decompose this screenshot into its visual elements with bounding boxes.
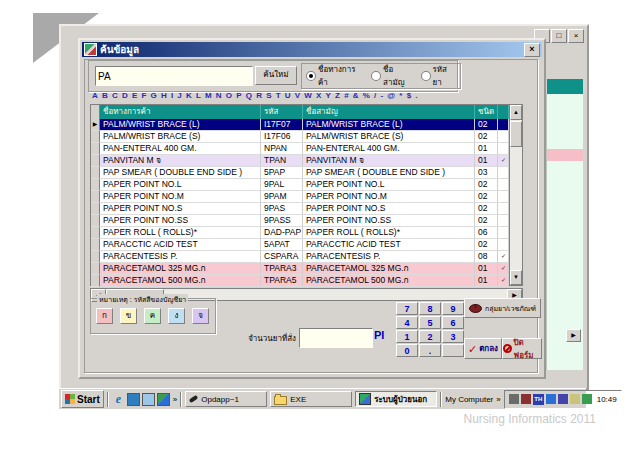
alphabet-link[interactable]: & (353, 91, 359, 100)
alphabet-link[interactable]: # (344, 91, 348, 100)
alphabet-link[interactable]: L (196, 91, 201, 100)
task-button[interactable]: Opdapp~1 (185, 391, 267, 407)
table-row[interactable]: ▶PALM/WRIST BRACE (L)I17F07PALM/WRIST BR… (91, 119, 509, 131)
background-scroll-right-button[interactable]: ▶ (566, 329, 581, 342)
show-desktop-icon[interactable] (142, 393, 155, 406)
keypad-5[interactable]: 5 (419, 316, 441, 329)
table-row[interactable]: PANVITAN M จTPANPANVITAN M จ01✓ (91, 155, 509, 167)
task-button[interactable]: EXE (270, 391, 352, 407)
dialog-close-icon[interactable]: × (524, 43, 540, 57)
alphabet-link[interactable]: C (112, 91, 118, 100)
alphabet-link[interactable]: / (374, 91, 376, 100)
table-row[interactable]: PAPER POINT NO.L9PALPAPER POINT NO.L02 (91, 179, 509, 191)
keypad-1[interactable]: 1 (396, 330, 418, 343)
alphabet-link[interactable]: . (415, 91, 417, 100)
keypad-9[interactable]: 9 (442, 302, 464, 315)
table-row[interactable]: PAPER POINT NO.M9PAMPAPER POINT NO.M02 (91, 191, 509, 203)
alphabet-link[interactable]: $ (407, 91, 411, 100)
table-row[interactable]: PAP SMEAR ( DOUBLE END SIDE )5PAPPAP SME… (91, 167, 509, 179)
table-row[interactable]: PAPER ROLL ( ROLLS)*DAD-PAPPAPER ROLL ( … (91, 227, 509, 239)
alphabet-link[interactable]: J (177, 91, 181, 100)
search-radio-2[interactable]: รหัสยา (421, 63, 456, 89)
table-row[interactable]: PAN-ENTERAL 400 GM.NPANPAN-ENTERAL 400 G… (91, 143, 509, 155)
legend-button-ข[interactable]: ข (120, 308, 137, 324)
volume-icon[interactable] (509, 394, 519, 404)
alphabet-link[interactable]: A (92, 91, 98, 100)
legend-button-จ[interactable]: จ (192, 308, 209, 324)
table-row[interactable]: PALM/WRIST BRACE (S)I17F06PALM/WRIST BRA… (91, 131, 509, 143)
keypad-8[interactable]: 8 (419, 302, 441, 315)
alphabet-link[interactable]: O (226, 91, 232, 100)
alphabet-link[interactable]: F (141, 91, 146, 100)
alphabet-link[interactable]: * (399, 91, 402, 100)
table-row[interactable]: PARACCTIC ACID TEST5APATPARACCTIC ACID T… (91, 239, 509, 251)
channels-icon[interactable] (157, 393, 170, 406)
scheduler-icon[interactable] (570, 394, 580, 404)
quantity-input[interactable] (299, 328, 373, 348)
alphabet-link[interactable]: W (304, 91, 312, 100)
close-form-button[interactable]: ปิดฟอร์ม (502, 338, 542, 359)
outlook-express-icon[interactable] (127, 393, 140, 406)
legend-button-ง[interactable]: ง (168, 308, 185, 324)
alphabet-link[interactable]: - (381, 91, 384, 100)
alphabet-link[interactable]: M (205, 91, 212, 100)
keypad-3[interactable]: 3 (442, 330, 464, 343)
alphabet-link[interactable]: % (363, 91, 370, 100)
dialog-titlebar[interactable]: ค้นข้อมูล × (82, 42, 542, 57)
task-button[interactable]: ระบบผู้ป่วยนอก (355, 391, 437, 407)
alphabet-link[interactable]: B (102, 91, 108, 100)
alphabet-link[interactable]: Q (246, 91, 252, 100)
alphabet-link[interactable]: K (186, 91, 192, 100)
table-row[interactable]: PARACETAMOL 325 MG.กTPARA3PARACETAMOL 32… (91, 263, 509, 275)
search-radio-1[interactable]: ชื่อสามัญ (371, 63, 414, 89)
keypad-2[interactable]: 2 (419, 330, 441, 343)
table-row[interactable]: PARACENTESIS P.CSPARAPARACENTESIS P.08✓ (91, 251, 509, 263)
start-button[interactable]: Start (61, 390, 104, 408)
display-icon[interactable] (546, 394, 556, 404)
table-row[interactable]: PARACETAMOL 500 MG.กTPARA5PARACETAMOL 50… (91, 275, 509, 287)
keypad-0[interactable]: 0 (396, 344, 418, 357)
alphabet-link[interactable]: H (161, 91, 167, 100)
quick-launch-overflow-icon[interactable]: » (173, 395, 177, 404)
alphabet-link[interactable]: @ (387, 91, 395, 100)
alphabet-link[interactable]: U (285, 91, 291, 100)
keypad-6[interactable]: 6 (442, 316, 464, 329)
internet-explorer-icon[interactable]: e (112, 393, 125, 406)
alphabet-link[interactable]: R (256, 91, 262, 100)
vertical-scrollbar[interactable]: ▲ ▼ (509, 105, 522, 285)
alphabet-link[interactable]: X (316, 91, 321, 100)
th-keyboard-icon[interactable]: TH (533, 394, 544, 405)
alphabet-link[interactable]: S (266, 91, 271, 100)
drug-group-button[interactable]: กลุ่มยา/เวชภัณฑ์ (464, 298, 541, 318)
alphabet-link[interactable]: Z (335, 91, 340, 100)
table-row[interactable]: PAPER POINT NO.S9PASPAPER POINT NO.S02 (91, 203, 509, 215)
search-button[interactable]: ค้นใหม่ (255, 66, 297, 85)
legend-button-ก[interactable]: ก (96, 308, 113, 324)
keypad-dot[interactable]: . (419, 344, 441, 357)
network-icon[interactable] (558, 394, 568, 404)
my-computer-toolbar[interactable]: My Computer (445, 395, 493, 404)
ok-button[interactable]: ✓ ตกลง (464, 338, 502, 359)
my-computer-overflow-icon[interactable]: » (496, 395, 500, 404)
search-radio-0[interactable]: ชื่อทางการค้า (306, 63, 365, 89)
scroll-up-icon[interactable]: ▲ (510, 105, 522, 120)
refresh-icon[interactable] (582, 394, 592, 404)
alphabet-link[interactable]: D (122, 91, 128, 100)
restore-button[interactable]: □ (551, 29, 567, 43)
alphabet-link[interactable]: E (132, 91, 137, 100)
alphabet-link[interactable]: P (236, 91, 241, 100)
legend-button-ค[interactable]: ค (144, 308, 161, 324)
table-row[interactable]: PAPER POINT NO.SS9PASSPAPER POINT NO.SS0… (91, 215, 509, 227)
search-input[interactable] (95, 66, 253, 86)
alphabet-link[interactable]: Y (326, 91, 331, 100)
keypad-4[interactable]: 4 (396, 316, 418, 329)
scroll-down-icon[interactable]: ▼ (510, 270, 522, 285)
alphabet-link[interactable]: N (216, 91, 222, 100)
alphabet-link[interactable]: V (295, 91, 300, 100)
alphabet-link[interactable]: G (150, 91, 156, 100)
graphics-app-icon[interactable] (521, 394, 531, 404)
alphabet-link[interactable]: T (276, 91, 281, 100)
close-button[interactable]: × (568, 29, 584, 43)
vertical-scroll-thumb[interactable] (510, 121, 522, 147)
keypad-7[interactable]: 7 (396, 302, 418, 315)
